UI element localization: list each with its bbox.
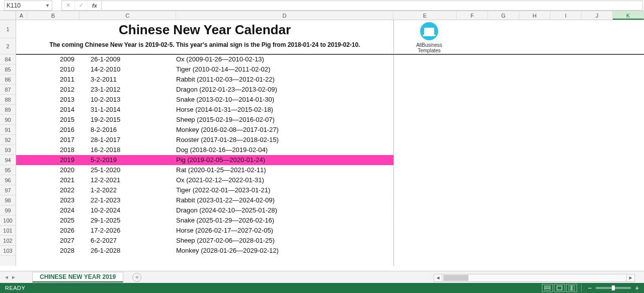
row-header-95[interactable]: 95 <box>0 165 16 175</box>
scroll-thumb[interactable] <box>443 275 468 281</box>
cell-animal[interactable]: Sheep (2015-02-19—2016-02-07) <box>176 115 387 125</box>
cell-year[interactable]: 2023 <box>27 195 79 205</box>
cell-animal[interactable]: Pig (2019-02-05—2020-01-24) <box>176 155 387 165</box>
cell-year[interactable]: 2026 <box>27 226 79 236</box>
table-row[interactable]: 20276-2-2027Sheep (2027-02-06—2028-01-25… <box>16 236 393 246</box>
column-header-J[interactable]: J <box>582 11 613 20</box>
cell-year[interactable]: 2022 <box>27 185 79 195</box>
cell-date[interactable]: 16-2-2018 <box>91 145 176 155</box>
cell-date[interactable]: 31-1-2014 <box>91 105 176 115</box>
table-row[interactable]: 201223-1-2012Dragon (2012-01-23—2013-02-… <box>16 85 393 95</box>
cell-animal[interactable]: Tiger (2010-02-14—2011-02-02) <box>176 64 387 75</box>
row-header-101[interactable]: 101 <box>0 226 16 236</box>
cell-year[interactable]: 2013 <box>27 95 79 105</box>
table-row[interactable]: 202529-1-2025Snake (2025-01-29—2026-02-1… <box>16 215 393 226</box>
cell-date[interactable]: 23-1-2012 <box>91 85 176 95</box>
table-row[interactable]: 20221-2-2022Tiger (2022-02-01—2023-01-21… <box>16 185 393 195</box>
select-all-corner[interactable] <box>0 11 16 20</box>
new-sheet-button[interactable]: + <box>132 273 141 282</box>
cell-animal[interactable]: Monkey (2028-01-26—2029-02-12) <box>176 246 387 256</box>
row-header-102[interactable]: 102 <box>0 236 16 246</box>
cell-animal[interactable]: Rooster (2017-01-28—2018-02-15) <box>176 135 387 145</box>
row-header-90[interactable]: 90 <box>0 115 16 125</box>
cell-date[interactable]: 19-2-2015 <box>91 115 176 125</box>
cell-date[interactable]: 25-1-2020 <box>91 165 176 175</box>
row-header-89[interactable]: 89 <box>0 105 16 115</box>
table-row[interactable]: 202322-1-2023Rabbit (2023-01-22—2024-02-… <box>16 195 393 205</box>
table-row[interactable]: 201014-2-2010Tiger (2010-02-14—2011-02-0… <box>16 64 393 75</box>
cell-animal[interactable]: Horse (2014-01-31—2015-02-18) <box>176 105 387 115</box>
row-header-100[interactable]: 100 <box>0 215 16 226</box>
cancel-formula-button[interactable]: ✕ <box>62 1 75 10</box>
row-header-1[interactable]: 1 <box>0 20 16 38</box>
column-header-I[interactable]: I <box>550 11 582 20</box>
column-header-K[interactable]: K <box>613 11 644 20</box>
cell-year[interactable]: 2025 <box>27 215 79 226</box>
accept-formula-button[interactable]: ✓ <box>75 1 88 10</box>
sheet-tab-active[interactable]: CHINESE NEW YEAR 2019 <box>32 272 123 282</box>
cell-animal[interactable]: Rabbit (2023-01-22—2024-02-09) <box>176 195 387 205</box>
tab-prev-icon[interactable]: ◄ <box>3 274 10 280</box>
chevron-down-icon[interactable]: ▼ <box>45 3 50 8</box>
row-header-84[interactable]: 84 <box>0 54 16 64</box>
cell-year[interactable]: 2017 <box>27 135 79 145</box>
cell-animal[interactable]: Rat (2020-01-25—2021-02-11) <box>176 165 387 175</box>
cell-date[interactable]: 5-2-2019 <box>91 155 176 165</box>
row-header-99[interactable]: 99 <box>0 205 16 215</box>
cell-year[interactable]: 2019 <box>27 155 79 165</box>
row-header-96[interactable]: 96 <box>0 175 16 185</box>
table-row[interactable]: 201728-1-2017Rooster (2017-01-28—2018-02… <box>16 135 393 145</box>
cell-date[interactable]: 10-2-2013 <box>91 95 176 105</box>
row-header-2[interactable]: 2 <box>0 38 16 54</box>
cell-date[interactable]: 22-1-2023 <box>91 195 176 205</box>
cell-year[interactable]: 2016 <box>27 125 79 135</box>
table-row[interactable]: 202112-2-2021Ox (2021-02-12—2022-01-31) <box>16 175 393 185</box>
scroll-left-icon[interactable]: ◄ <box>434 274 442 281</box>
row-header-87[interactable]: 87 <box>0 85 16 95</box>
name-box[interactable]: K110 ▼ <box>4 1 52 11</box>
cell-year[interactable]: 2011 <box>27 75 79 85</box>
cell-year[interactable]: 2021 <box>27 175 79 185</box>
column-header-H[interactable]: H <box>519 11 550 20</box>
table-row[interactable]: 201310-2-2013Snake (2013-02-10—2014-01-3… <box>16 95 393 105</box>
cell-date[interactable]: 3-2-2011 <box>91 75 176 85</box>
row-header-88[interactable]: 88 <box>0 95 16 105</box>
table-row[interactable]: 202025-1-2020Rat (2020-01-25—2021-02-11) <box>16 165 393 175</box>
table-row[interactable]: 202826-1-2028Monkey (2028-01-26—2029-02-… <box>16 246 393 256</box>
cell-date[interactable]: 8-2-2016 <box>91 125 176 135</box>
cell-year[interactable]: 2027 <box>27 236 79 246</box>
cell-date[interactable]: 28-1-2017 <box>91 135 176 145</box>
cell-animal[interactable]: Ox (2021-02-12—2022-01-31) <box>176 175 387 185</box>
table-row[interactable]: 201519-2-2015Sheep (2015-02-19—2016-02-0… <box>16 115 393 125</box>
table-row[interactable]: 200926-1-2009Ox (2009-01-26—2010-02-13) <box>16 54 393 64</box>
column-header-A[interactable]: A <box>16 11 27 20</box>
table-row[interactable]: 202410-2-2024Dragon (2024-02-10—2025-01-… <box>16 205 393 215</box>
cell-date[interactable]: 26-1-2009 <box>91 54 176 64</box>
cell-year[interactable]: 2015 <box>27 115 79 125</box>
cell-year[interactable]: 2020 <box>27 165 79 175</box>
cell-animal[interactable]: Snake (2013-02-10—2014-01-30) <box>176 95 387 105</box>
cell-date[interactable]: 14-2-2010 <box>91 64 176 75</box>
scroll-right-icon[interactable]: ► <box>626 274 634 281</box>
cell-year[interactable]: 2014 <box>27 105 79 115</box>
column-header-E[interactable]: E <box>393 11 457 20</box>
cell-date[interactable]: 29-1-2025 <box>91 215 176 226</box>
zoom-out-button[interactable]: − <box>586 284 594 291</box>
cell-year[interactable]: 2012 <box>27 85 79 95</box>
cells-area[interactable]: Chinese New Year Calendar The coming Chi… <box>16 20 644 266</box>
cell-animal[interactable]: Dragon (2024-02-10—2025-01-28) <box>176 205 387 215</box>
cell-year[interactable]: 2018 <box>27 145 79 155</box>
allbusinesstemplates-logo[interactable]: AllBusiness Templates <box>407 22 452 53</box>
cell-date[interactable]: 6-2-2027 <box>91 236 176 246</box>
cell-date[interactable]: 26-1-2028 <box>91 246 176 256</box>
row-header-93[interactable]: 93 <box>0 145 16 155</box>
tab-next-icon[interactable]: ► <box>10 274 17 280</box>
row-header-91[interactable]: 91 <box>0 125 16 135</box>
row-header-98[interactable]: 98 <box>0 195 16 205</box>
cell-date[interactable]: 1-2-2022 <box>91 185 176 195</box>
table-row[interactable]: 20195-2-2019Pig (2019-02-05—2020-01-24) <box>16 155 393 165</box>
cell-animal[interactable]: Tiger (2022-02-01—2023-01-21) <box>176 185 387 195</box>
formula-input[interactable] <box>102 1 643 11</box>
cell-year[interactable]: 2028 <box>27 246 79 256</box>
cell-animal[interactable]: Rabbit (2011-02-03—2012-01-22) <box>176 75 387 85</box>
